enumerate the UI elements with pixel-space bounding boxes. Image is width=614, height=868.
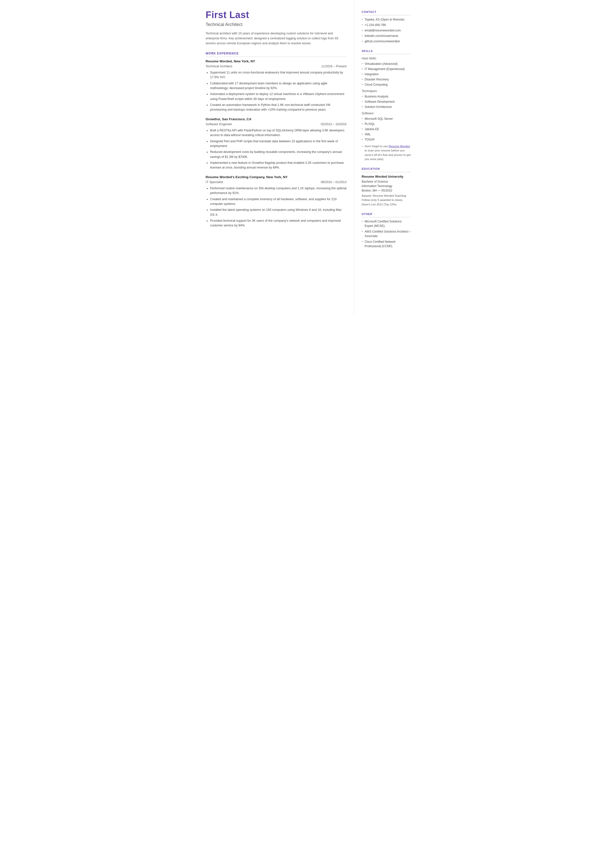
software-label: Software: bbox=[362, 111, 411, 116]
contact-section-title: CONTACT bbox=[362, 10, 411, 16]
education-section-title: EDUCATION bbox=[362, 167, 411, 172]
software-list: Microsoft SQL Server PL/SQL Jakarta EE X… bbox=[362, 116, 411, 142]
software-3: Jakarta EE bbox=[362, 127, 411, 131]
other-section-title: OTHER bbox=[362, 212, 411, 217]
right-column: CONTACT Topeka, KS (Open to Remote) +1-2… bbox=[354, 0, 419, 314]
contact-item-linkedin: linkedin.com/in/username bbox=[362, 34, 411, 38]
job-role-1: Technical Architect bbox=[206, 64, 233, 69]
other-item-3: Cisco Certified Network Professional (CC… bbox=[362, 239, 411, 248]
job-dates-1: 11/2016 – Present bbox=[321, 64, 346, 69]
edu-dash: — bbox=[378, 189, 381, 192]
hard-skill-5: Cloud Computing bbox=[362, 82, 411, 87]
job-role-line-1: Technical Architect 11/2016 – Present bbox=[206, 64, 347, 69]
job-role-line-3: IT Specialist 06/2010 – 01/2013 bbox=[206, 180, 347, 185]
edu-school: Resume Worded University bbox=[362, 174, 411, 179]
job-role-3: IT Specialist bbox=[206, 180, 223, 185]
candidate-name: First Last bbox=[206, 10, 347, 20]
hard-skill-2: IT Management (Experienced) bbox=[362, 67, 411, 71]
edu-location: Boston, MA bbox=[362, 189, 377, 192]
technique-3: Solution Architecture bbox=[362, 105, 411, 109]
other-list: Microsoft Certified Solutions Expert (MC… bbox=[362, 219, 411, 248]
software-5: TOGAF bbox=[362, 137, 411, 142]
job-dates-3: 06/2010 – 01/2013 bbox=[321, 180, 346, 185]
job-header-1: Resume Worded, New York, NY bbox=[206, 59, 347, 64]
job-header-2: Growthsi, San Francisco, CA bbox=[206, 117, 347, 122]
edu-awards: Awards: Resume Worded Teaching Fellow (o… bbox=[362, 194, 411, 207]
hard-skills-list: Virtualization (Advanced) IT Management … bbox=[362, 62, 411, 87]
bullet-2-2: Designed Perl and PHP scripts that trans… bbox=[206, 139, 347, 149]
bullet-1-2: Collaborated with 17 development team me… bbox=[206, 81, 347, 91]
candidate-title: Technical Architect bbox=[206, 21, 347, 28]
contact-item-github: github.com/resumeworded bbox=[362, 39, 411, 43]
skills-note: Don't forget to use Resume Worded to sca… bbox=[362, 144, 411, 161]
job-dates-2: 02/2013 – 10/2016 bbox=[321, 122, 346, 127]
bullet-2-3: Reduced development costs by building re… bbox=[206, 150, 347, 159]
job-bullets-1: Supervised 11 units on cross-functional … bbox=[206, 70, 347, 112]
job-bullets-2: Built a RESTful API with Flask/Python on… bbox=[206, 128, 347, 170]
work-experience-title: WORK EXPERIENCE bbox=[206, 51, 347, 57]
job-block-2: Growthsi, San Francisco, CA Software Eng… bbox=[206, 117, 347, 170]
job-bullets-3: Performed routine maintenance on 354 des… bbox=[206, 186, 347, 228]
other-item-2: AWS Certified Solutions Architect – Asso… bbox=[362, 229, 411, 238]
edu-location-date: Boston, MA — 05/2010 bbox=[362, 188, 411, 193]
job-role-2: Software Engineer bbox=[206, 122, 232, 127]
other-item-1: Microsoft Certified Solutions Expert (MC… bbox=[362, 219, 411, 228]
contact-item-email: email@resumeworded.com bbox=[362, 28, 411, 33]
hard-skill-3: Integration bbox=[362, 72, 411, 76]
technique-1: Business Analysis bbox=[362, 94, 411, 99]
bullet-2-1: Built a RESTful API with Flask/Python on… bbox=[206, 128, 347, 138]
hard-skill-4: Disaster Recovery bbox=[362, 77, 411, 82]
contact-section: CONTACT Topeka, KS (Open to Remote) +1-2… bbox=[362, 10, 411, 43]
education-entry: Resume Worded University Bachelor of Sci… bbox=[362, 174, 411, 207]
company-name-2: Growthsi, San Francisco, CA bbox=[206, 117, 251, 122]
contact-item-phone: +1-234-456-789 bbox=[362, 23, 411, 27]
bullet-3-3: Installed the latest operating systems o… bbox=[206, 208, 347, 217]
contact-list: Topeka, KS (Open to Remote) +1-234-456-7… bbox=[362, 17, 411, 43]
bullet-1-4: Created an automation framework in Pytho… bbox=[206, 103, 347, 112]
hard-skill-1: Virtualization (Advanced) bbox=[362, 62, 411, 66]
candidate-summary: Technical architect with 10 years of exp… bbox=[206, 31, 347, 46]
skills-section: SKILLS Hard Skills: Virtualization (Adva… bbox=[362, 49, 411, 161]
technique-2: Software Development bbox=[362, 99, 411, 104]
other-section: OTHER Microsoft Certified Solutions Expe… bbox=[362, 212, 411, 248]
edu-field: Information Technology bbox=[362, 184, 411, 188]
edu-date: 05/2010 bbox=[381, 189, 392, 192]
skills-section-title: SKILLS bbox=[362, 49, 411, 54]
education-section: EDUCATION Resume Worded University Bache… bbox=[362, 167, 411, 207]
hard-skills-label: Hard Skills: bbox=[362, 56, 411, 61]
techniques-list: Business Analysis Software Development S… bbox=[362, 94, 411, 109]
edu-degree: Bachelor of Science bbox=[362, 179, 411, 184]
bullet-3-1: Performed routine maintenance on 354 des… bbox=[206, 186, 347, 196]
techniques-label: Techniques: bbox=[362, 89, 411, 93]
job-block-1: Resume Worded, New York, NY Technical Ar… bbox=[206, 59, 347, 112]
bullet-2-4: Implemented a new feature in Growthsi fl… bbox=[206, 161, 347, 170]
bullet-1-1: Supervised 11 units on cross-functional … bbox=[206, 70, 347, 80]
software-2: PL/SQL bbox=[362, 122, 411, 126]
resume-page: First Last Technical Architect Technical… bbox=[196, 0, 419, 314]
job-role-line-2: Software Engineer 02/2013 – 10/2016 bbox=[206, 122, 347, 127]
resume-worded-link[interactable]: Resume Worded bbox=[389, 145, 410, 148]
company-name-1: Resume Worded, New York, NY bbox=[206, 59, 255, 64]
company-name-3: Resume Worded's Exciting Company, New Yo… bbox=[206, 175, 288, 180]
bullet-3-2: Created and maintained a complete invent… bbox=[206, 197, 347, 207]
contact-item-location: Topeka, KS (Open to Remote) bbox=[362, 17, 411, 22]
bullet-3-4: Provided technical support for 3K users … bbox=[206, 219, 347, 228]
bullet-1-3: Automated a deployment system to deploy … bbox=[206, 92, 347, 101]
software-1: Microsoft SQL Server bbox=[362, 116, 411, 121]
header-section: First Last Technical Architect Technical… bbox=[206, 10, 347, 46]
job-header-3: Resume Worded's Exciting Company, New Yo… bbox=[206, 175, 347, 180]
left-column: First Last Technical Architect Technical… bbox=[196, 0, 354, 314]
software-4: XML bbox=[362, 132, 411, 137]
job-block-3: Resume Worded's Exciting Company, New Yo… bbox=[206, 175, 347, 228]
work-experience-section: WORK EXPERIENCE Resume Worded, New York,… bbox=[206, 51, 347, 228]
